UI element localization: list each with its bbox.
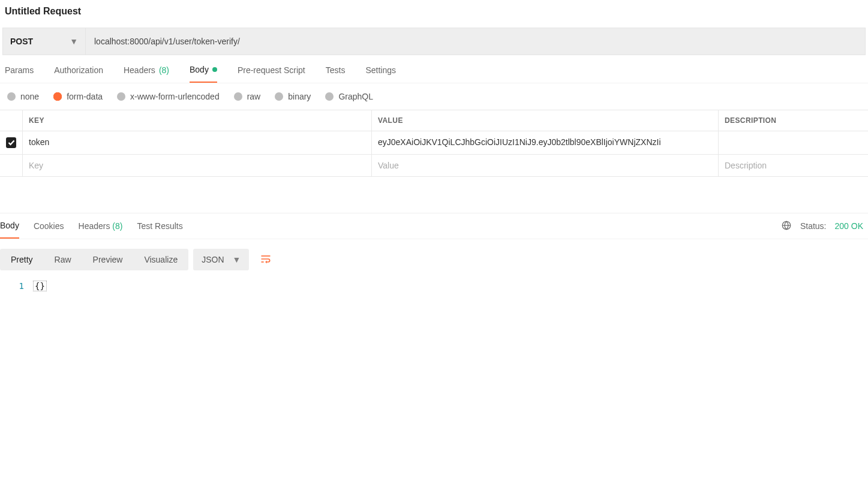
row-check-cell[interactable] bbox=[0, 155, 23, 176]
tab-headers[interactable]: Headers (8) bbox=[124, 65, 169, 83]
format-select[interactable]: JSON ▼ bbox=[193, 249, 249, 270]
response-tabs: Body Cookies Headers (8) Test Results St… bbox=[0, 213, 868, 239]
body-type-graphql[interactable]: GraphQL bbox=[325, 92, 373, 101]
table-header-row: KEY VALUE DESCRIPTION bbox=[0, 110, 868, 131]
method-label: POST bbox=[10, 37, 33, 46]
radio-label: binary bbox=[288, 92, 311, 101]
radio-icon bbox=[325, 92, 334, 101]
row-check-cell[interactable] bbox=[0, 131, 23, 154]
wrap-lines-button[interactable] bbox=[254, 248, 278, 272]
tab-params[interactable]: Params bbox=[5, 65, 34, 83]
body-type-raw[interactable]: raw bbox=[234, 92, 261, 101]
body-type-xwww[interactable]: x-www-form-urlencoded bbox=[117, 92, 220, 101]
radio-icon bbox=[117, 92, 125, 101]
body-type-none[interactable]: none bbox=[7, 92, 39, 101]
radio-label: none bbox=[20, 92, 39, 101]
resp-tab-body[interactable]: Body bbox=[0, 213, 19, 239]
tab-authorization[interactable]: Authorization bbox=[54, 65, 103, 83]
row-desc-cell[interactable] bbox=[719, 131, 868, 154]
row-key-cell[interactable] bbox=[23, 155, 372, 176]
tab-body[interactable]: Body bbox=[190, 65, 217, 83]
resp-tab-headers-label: Headers bbox=[79, 221, 110, 231]
radio-label: x-www-form-urlencoded bbox=[130, 92, 220, 101]
tab-headers-label: Headers bbox=[124, 65, 155, 75]
resp-tab-test-results[interactable]: Test Results bbox=[137, 214, 182, 238]
radio-icon bbox=[275, 92, 283, 101]
response-body-editor[interactable]: 1 {} bbox=[0, 279, 868, 293]
view-visualize[interactable]: Visualize bbox=[133, 249, 188, 270]
form-data-table: KEY VALUE DESCRIPTION bbox=[0, 110, 868, 177]
request-title: Untitled Request bbox=[0, 0, 868, 28]
resp-headers-count: (8) bbox=[112, 221, 122, 231]
desc-input[interactable] bbox=[725, 161, 862, 170]
header-value: VALUE bbox=[372, 110, 719, 131]
chevron-down-icon: ▼ bbox=[70, 37, 78, 46]
request-bar: POST ▼ bbox=[2, 28, 866, 55]
value-input[interactable] bbox=[378, 137, 712, 147]
status-value: 200 OK bbox=[835, 221, 863, 231]
value-input[interactable] bbox=[378, 161, 712, 170]
view-mode-group: Pretty Raw Preview Visualize bbox=[0, 249, 188, 270]
method-select[interactable]: POST ▼ bbox=[3, 28, 86, 55]
row-desc-cell[interactable] bbox=[719, 155, 868, 176]
body-indicator-icon bbox=[212, 67, 217, 72]
tab-body-label: Body bbox=[190, 65, 209, 74]
radio-icon bbox=[234, 92, 242, 101]
header-check-cell bbox=[0, 110, 23, 131]
code-text[interactable]: {} bbox=[34, 281, 46, 291]
row-key-cell[interactable] bbox=[23, 131, 372, 154]
row-value-cell[interactable] bbox=[372, 155, 719, 176]
body-type-form-data[interactable]: form-data bbox=[53, 92, 103, 101]
code-line: 1 {} bbox=[0, 281, 868, 291]
header-key: KEY bbox=[23, 110, 372, 131]
tab-prerequest[interactable]: Pre-request Script bbox=[238, 65, 305, 83]
tab-tests[interactable]: Tests bbox=[326, 65, 346, 83]
response-view-bar: Pretty Raw Preview Visualize JSON ▼ bbox=[0, 239, 868, 279]
headers-count: (8) bbox=[159, 65, 169, 75]
view-pretty[interactable]: Pretty bbox=[0, 249, 44, 270]
row-value-cell[interactable] bbox=[372, 131, 719, 154]
url-input[interactable] bbox=[86, 28, 865, 55]
key-input[interactable] bbox=[29, 161, 365, 170]
body-type-binary[interactable]: binary bbox=[275, 92, 311, 101]
chevron-down-icon: ▼ bbox=[233, 255, 241, 264]
resp-tab-cookies[interactable]: Cookies bbox=[34, 214, 64, 238]
view-raw[interactable]: Raw bbox=[44, 249, 82, 270]
radio-label: form-data bbox=[67, 92, 103, 101]
globe-icon[interactable] bbox=[781, 220, 792, 233]
key-input[interactable] bbox=[29, 137, 365, 147]
radio-label: GraphQL bbox=[338, 92, 373, 101]
tab-settings[interactable]: Settings bbox=[365, 65, 396, 83]
checkbox-checked-icon bbox=[6, 137, 16, 148]
line-number: 1 bbox=[0, 281, 34, 291]
table-row bbox=[0, 131, 868, 155]
radio-icon bbox=[7, 92, 16, 101]
resp-tab-headers[interactable]: Headers (8) bbox=[79, 214, 123, 238]
wrap-icon bbox=[260, 253, 272, 267]
radio-label: raw bbox=[247, 92, 261, 101]
radio-icon bbox=[53, 92, 62, 101]
status-label: Status: bbox=[800, 221, 827, 231]
desc-input[interactable] bbox=[725, 137, 862, 147]
view-preview[interactable]: Preview bbox=[82, 249, 134, 270]
format-label: JSON bbox=[202, 255, 224, 264]
table-row-empty bbox=[0, 155, 868, 177]
body-type-radio-group: none form-data x-www-form-urlencoded raw… bbox=[0, 83, 868, 110]
request-tabs: Params Authorization Headers (8) Body Pr… bbox=[0, 55, 868, 83]
header-description: DESCRIPTION bbox=[719, 110, 868, 131]
